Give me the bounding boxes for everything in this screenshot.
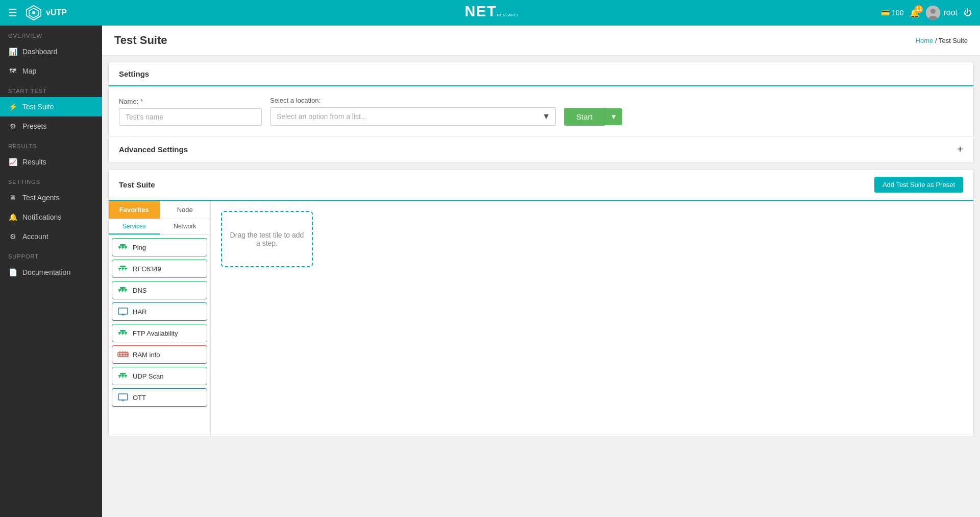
network-icon: [117, 327, 129, 339]
settings-body: Name: * Select a location: Select an opt…: [109, 86, 973, 136]
list-item[interactable]: UDP Scan: [112, 367, 207, 385]
documentation-icon: 📄: [8, 268, 17, 277]
page-title: Test Suite: [114, 34, 167, 47]
svg-rect-16: [118, 268, 121, 269]
tile-label: OTT: [133, 394, 146, 402]
avatar: [926, 6, 940, 20]
list-item[interactable]: OTT: [112, 388, 207, 407]
svg-rect-46: [122, 354, 123, 356]
navbar-right: 💳 100 🔔 11 root ⏻: [881, 6, 972, 20]
power-icon[interactable]: ⏻: [964, 8, 972, 17]
navbar-brand: NET RESEARCH: [462, 3, 518, 23]
network-subtab[interactable]: Network: [160, 219, 211, 234]
network-icon: [117, 370, 129, 382]
svg-rect-64: [118, 394, 128, 400]
advanced-settings-section: Advanced Settings +: [108, 136, 974, 163]
svg-rect-37: [125, 332, 127, 334]
svg-rect-17: [121, 268, 124, 269]
credits-display: 💳 100: [881, 9, 903, 17]
list-item[interactable]: RFC6349: [112, 260, 207, 278]
sidebar-map-label: Map: [22, 67, 36, 75]
test-suite-body: Favorites Node Services Network: [109, 201, 973, 436]
map-icon: 🗺: [8, 66, 17, 76]
svg-rect-18: [125, 268, 127, 269]
drop-zone[interactable]: Drag the test tile to add a step.: [221, 211, 313, 267]
sidebar-item-notifications[interactable]: 🔔 Notifications: [0, 207, 102, 227]
tile-label: RAM info: [133, 351, 160, 359]
node-tab[interactable]: Node: [160, 201, 211, 219]
location-field-group: Select a location: Select an option from…: [270, 97, 556, 126]
breadcrumb-current: Test Suite: [939, 37, 968, 44]
services-subtab[interactable]: Services: [109, 219, 160, 234]
breadcrumb: Home / Test Suite: [916, 37, 968, 44]
sidebar-item-map[interactable]: 🗺 Map: [0, 61, 102, 81]
svg-rect-26: [125, 289, 127, 291]
breadcrumb-separator: /: [935, 37, 937, 44]
svg-rect-49: [127, 354, 128, 356]
test-suite-title: Test Suite: [119, 180, 155, 189]
monitor-icon: [117, 392, 129, 403]
tiles-list: Ping: [109, 235, 210, 436]
user-menu[interactable]: root: [926, 6, 958, 20]
navbar: ☰ vUTP NET RESEARCH 💳 100 🔔 11: [0, 0, 980, 26]
sidebar-support-label: SUPPORT: [0, 246, 102, 263]
sidebar-overview-label: OVERVIEW: [0, 26, 102, 42]
svg-point-2: [32, 11, 35, 14]
list-item[interactable]: FTP Availability: [112, 324, 207, 342]
start-button[interactable]: Start: [564, 108, 605, 126]
sidebar-item-documentation[interactable]: 📄 Documentation: [0, 263, 102, 282]
username-label: root: [943, 8, 958, 17]
sidebar-item-test-suite[interactable]: ⚡ Test Suite: [0, 97, 102, 116]
tiles-panel: Favorites Node Services Network: [109, 201, 211, 436]
sidebar-item-results[interactable]: 📈 Results: [0, 152, 102, 172]
page-header: Test Suite Home / Test Suite: [102, 26, 980, 56]
network-icon: [117, 285, 129, 296]
svg-rect-58: [125, 375, 127, 377]
sidebar-item-presets[interactable]: ⚙ Presets: [0, 116, 102, 136]
sidebar-item-test-agents[interactable]: 🖥 Test Agents: [0, 188, 102, 207]
sidebar-item-account[interactable]: ⚙ Account: [0, 227, 102, 246]
list-item[interactable]: Ping: [112, 238, 207, 256]
svg-rect-47: [124, 354, 125, 356]
sidebar-item-dashboard[interactable]: 📊 Dashboard: [0, 42, 102, 61]
favorites-tab[interactable]: Favorites: [109, 201, 160, 219]
sidebar: OVERVIEW 📊 Dashboard 🗺 Map START TEST ⚡ …: [0, 26, 102, 517]
svg-rect-44: [119, 354, 120, 356]
test-suite-header: Test Suite Add Test Suite as Preset: [109, 170, 973, 201]
start-dropdown-arrow[interactable]: ▼: [605, 108, 622, 125]
svg-text:RESEARCH: RESEARCH: [497, 13, 518, 17]
tile-label: Ping: [133, 244, 146, 251]
add-preset-button[interactable]: Add Test Suite as Preset: [874, 177, 963, 193]
test-suite-section: Test Suite Add Test Suite as Preset Favo…: [108, 169, 974, 436]
location-select-wrap[interactable]: Select an option from a list... ▼: [270, 107, 556, 126]
main-layout: OVERVIEW 📊 Dashboard 🗺 Map START TEST ⚡ …: [0, 26, 980, 517]
tile-label: FTP Availability: [133, 330, 178, 337]
presets-icon: ⚙: [8, 122, 17, 131]
svg-point-6: [930, 9, 936, 14]
sidebar-dashboard-label: Dashboard: [22, 48, 58, 56]
credits-value: 100: [892, 9, 903, 17]
svg-rect-8: [118, 246, 121, 248]
breadcrumb-home[interactable]: Home: [916, 37, 934, 44]
test-agents-icon: 🖥: [8, 193, 17, 202]
list-item[interactable]: RAM info: [112, 345, 207, 364]
name-input[interactable]: [119, 108, 262, 126]
list-item[interactable]: DNS: [112, 281, 207, 299]
drop-zone-text: Drag the test tile to add a step.: [228, 231, 306, 247]
notifications-bell[interactable]: 🔔 11: [910, 8, 920, 18]
name-label: Name: *: [119, 98, 262, 105]
list-item[interactable]: HAR: [112, 302, 207, 321]
content-area: Test Suite Home / Test Suite Settings Na…: [102, 26, 980, 517]
tile-label: HAR: [133, 308, 146, 316]
hamburger-menu[interactable]: ☰: [8, 7, 17, 19]
start-button-group: Start ▼: [564, 108, 622, 126]
name-field-group: Name: *: [119, 98, 262, 126]
sidebar-documentation-label: Documentation: [22, 268, 70, 276]
location-label: Select a location:: [270, 97, 556, 104]
advanced-settings-header[interactable]: Advanced Settings +: [109, 136, 973, 162]
test-suite-icon: ⚡: [8, 102, 17, 111]
dashboard-icon: 📊: [8, 47, 17, 56]
tile-sub-tabs: Services Network: [109, 219, 210, 235]
sidebar-results-label: RESULTS: [0, 136, 102, 152]
location-select[interactable]: Select an option from a list...: [271, 108, 537, 125]
